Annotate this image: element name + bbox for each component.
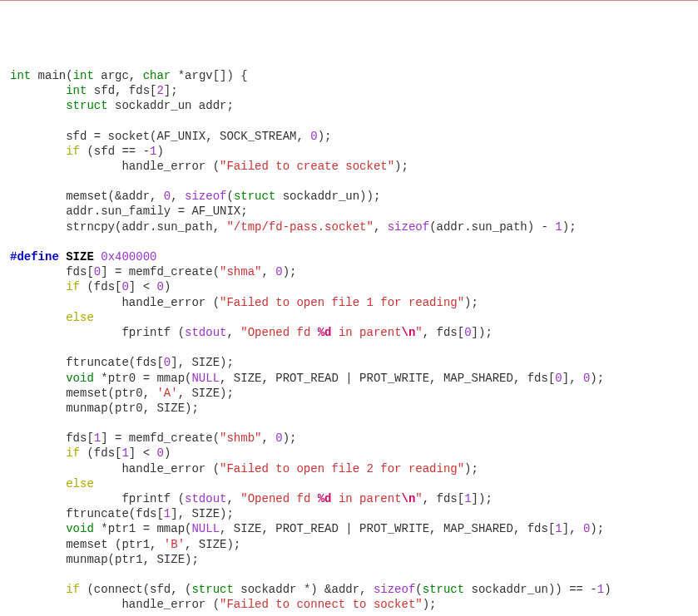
code-token: (sfd == - [80, 145, 150, 158]
code-line: handle_error ("Failed to connect to sock… [10, 597, 688, 612]
code-token: *argv[]) { [178, 69, 248, 82]
code-token: 0 [164, 356, 171, 369]
code-token: sfd = socket(AF_UNIX, SOCK_STREAM, [10, 130, 310, 143]
code-token: int [66, 84, 94, 97]
code-token [10, 145, 66, 158]
code-token [10, 446, 66, 460]
code-line: addr.sun_family = AF_UNIX; [10, 204, 688, 219]
code-line: handle_error ("Failed to open file 2 for… [10, 461, 688, 476]
code-token: 0 [94, 265, 101, 278]
code-token: ); [590, 522, 604, 535]
code-token: int [73, 69, 101, 82]
code-token: 'A' [156, 387, 177, 400]
code-token: (fds[ [80, 280, 121, 293]
code-token: ) [604, 583, 611, 596]
code-token: ); [283, 431, 297, 445]
code-token: if [66, 446, 80, 460]
code-token: "Failed to open file 1 for reading" [220, 296, 464, 309]
code-token: ftruncate(fds[ [10, 356, 164, 369]
code-token: NULL [191, 522, 220, 535]
code-token: "shmb" [220, 431, 261, 445]
code-token: 0 [275, 431, 282, 445]
code-token: (connect(sfd, ( [80, 583, 191, 596]
code-token: fprintf ( [10, 326, 185, 339]
code-token: ); [464, 296, 478, 309]
code-token: struct [234, 190, 283, 203]
code-token: 0 [275, 265, 282, 278]
code-line: memset(&addr, 0, sizeof(struct sockaddr_… [10, 189, 688, 204]
code-token: ( [415, 583, 422, 596]
code-line: ftruncate(fds[0], SIZE); [10, 355, 688, 370]
code-line: handle_error ("Failed to create socket")… [10, 159, 688, 174]
code-token: ftruncate(fds[ [10, 507, 164, 520]
code-token: , SIZE, PROT_READ | PROT_WRITE, MAP_SHAR… [220, 522, 555, 535]
code-line [10, 113, 688, 128]
code-token: 'B' [164, 538, 185, 551]
code-token: struct [423, 583, 472, 596]
code-token: 1 [555, 522, 562, 535]
code-token [10, 280, 66, 293]
code-token: ); [423, 598, 437, 611]
code-token: "Opened fd [240, 326, 317, 339]
code-token: ); [562, 220, 577, 234]
code-line: int main(int argc, char *argv[]) { [10, 68, 688, 83]
code-token: 0 [156, 280, 163, 293]
code-line [10, 234, 688, 249]
code-token: ); [394, 160, 408, 173]
code-token: #define [10, 250, 66, 264]
code-line: else [10, 476, 688, 491]
code-token: 0x400000 [101, 250, 156, 264]
code-token: " [415, 492, 422, 505]
code-line: memset(ptr0, 'A', SIZE); [10, 386, 688, 401]
code-token: struct [66, 99, 115, 112]
code-token: *ptr0 = mmap( [101, 372, 191, 385]
code-token: ); [283, 265, 297, 278]
code-token: , SIZE); [185, 538, 240, 551]
code-token: 1 [555, 220, 562, 234]
code-token: munmap(ptr0, SIZE); [10, 402, 199, 415]
code-token: 1 [121, 446, 128, 460]
code-token: ]); [472, 492, 493, 505]
code-token: ] = memfd_create( [101, 431, 220, 445]
code-token: ], [562, 372, 583, 385]
code-token: sockaddr_un)); [283, 190, 381, 203]
code-token: \n [402, 326, 416, 339]
code-token: handle_error ( [10, 160, 220, 173]
code-token: ]); [472, 326, 493, 339]
code-line: handle_error ("Failed to open file 1 for… [10, 295, 688, 310]
code-token: "Failed to create socket" [220, 160, 394, 173]
code-token: "Failed to connect to socket" [220, 598, 423, 611]
code-token: ); [590, 372, 604, 385]
code-token: in parent [332, 326, 402, 339]
code-line: void *ptr0 = mmap(NULL, SIZE, PROT_READ … [10, 371, 688, 386]
code-token: 0 [121, 280, 128, 293]
code-line: strncpy(addr.sun_path, "/tmp/fd-pass.soc… [10, 219, 688, 234]
code-token: 1 [597, 583, 604, 596]
code-token: , fds[ [423, 492, 464, 505]
code-token: sizeof [374, 583, 415, 596]
code-token: , [374, 220, 388, 234]
code-line: fds[1] = memfd_create("shmb", 0); [10, 431, 688, 446]
code-token: , [261, 265, 275, 278]
code-token: handle_error ( [10, 462, 220, 476]
code-line: int sfd, fds[2]; [10, 83, 688, 98]
code-line [10, 567, 688, 582]
code-token: 2 [156, 84, 163, 97]
code-token: ] = memfd_create( [101, 265, 220, 278]
code-token: ], [562, 522, 583, 535]
code-token: in parent [332, 492, 402, 505]
code-token: 1 [464, 492, 471, 505]
code-token: *ptr1 = mmap( [101, 522, 191, 535]
code-token: ) [164, 446, 171, 460]
code-token: struct [191, 583, 240, 596]
code-token: void [66, 522, 101, 535]
code-token: ], SIZE); [171, 356, 234, 369]
code-token: , [226, 492, 240, 505]
code-token: memset(ptr0, [10, 387, 156, 400]
code-token: fprintf ( [10, 492, 185, 505]
code-line [10, 416, 688, 431]
code-token: , fds[ [423, 326, 464, 339]
code-token: (fds[ [80, 446, 121, 460]
code-token: sockaddr_un addr; [115, 99, 234, 112]
code-token: sockaddr_un)) == - [472, 583, 597, 596]
